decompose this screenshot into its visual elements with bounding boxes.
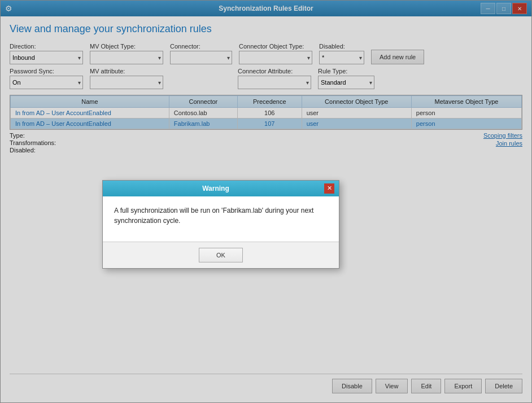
dialog-message: A full synchronization will be run on 'F… (114, 205, 328, 226)
ok-button[interactable]: OK (199, 248, 243, 262)
dialog-close-button[interactable]: ✕ (324, 183, 334, 194)
dialog-footer: OK (103, 242, 339, 268)
dialog-title-bar: Warning ✕ (103, 181, 339, 196)
dialog-overlay: Warning ✕ A full synchronization will be… (0, 0, 532, 403)
dialog-title: Warning (107, 185, 324, 192)
warning-dialog: Warning ✕ A full synchronization will be… (102, 180, 339, 269)
dialog-body: A full synchronization will be run on 'F… (103, 196, 339, 242)
